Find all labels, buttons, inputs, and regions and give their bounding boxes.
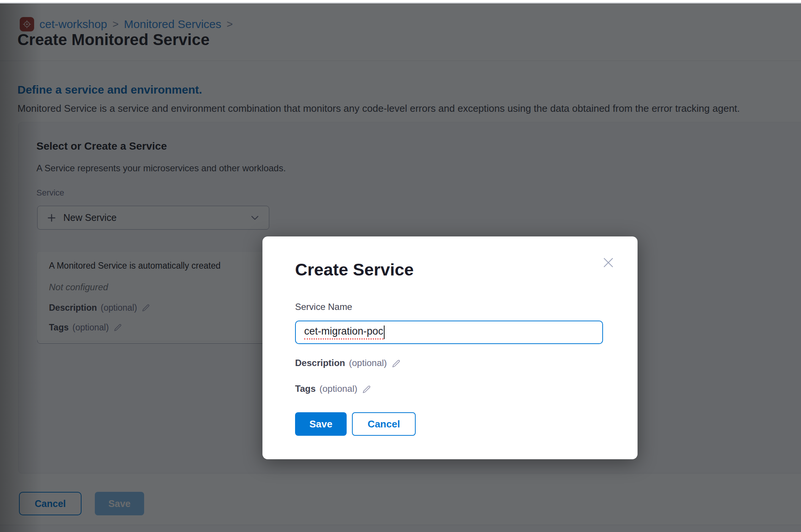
text-caret — [384, 325, 385, 339]
modal-description-row: Description (optional) — [295, 358, 401, 368]
service-name-input[interactable]: cet-migration-poc — [295, 321, 603, 344]
modal-title: Create Service — [295, 260, 414, 280]
modal-save-button[interactable]: Save — [295, 412, 347, 436]
edit-pencil-icon[interactable] — [391, 358, 401, 368]
modal-tags-label: Tags — [295, 383, 316, 394]
modal-tags-row: Tags (optional) — [295, 383, 372, 394]
service-name-value: cet-migration-poc — [304, 325, 383, 340]
modal-cancel-button[interactable]: Cancel — [352, 412, 416, 436]
screen: cet-workshop > Monitored Services > Crea… — [0, 0, 801, 532]
service-name-label: Service Name — [295, 302, 352, 312]
modal-tags-optional: (optional) — [319, 383, 357, 394]
chrome-divider-line — [0, 2, 801, 3]
modal-description-label: Description — [295, 358, 345, 368]
create-service-modal: Create Service Service Name cet-migratio… — [262, 236, 638, 459]
modal-description-optional: (optional) — [349, 358, 387, 368]
close-icon[interactable] — [601, 255, 616, 270]
edit-pencil-icon[interactable] — [361, 383, 372, 394]
